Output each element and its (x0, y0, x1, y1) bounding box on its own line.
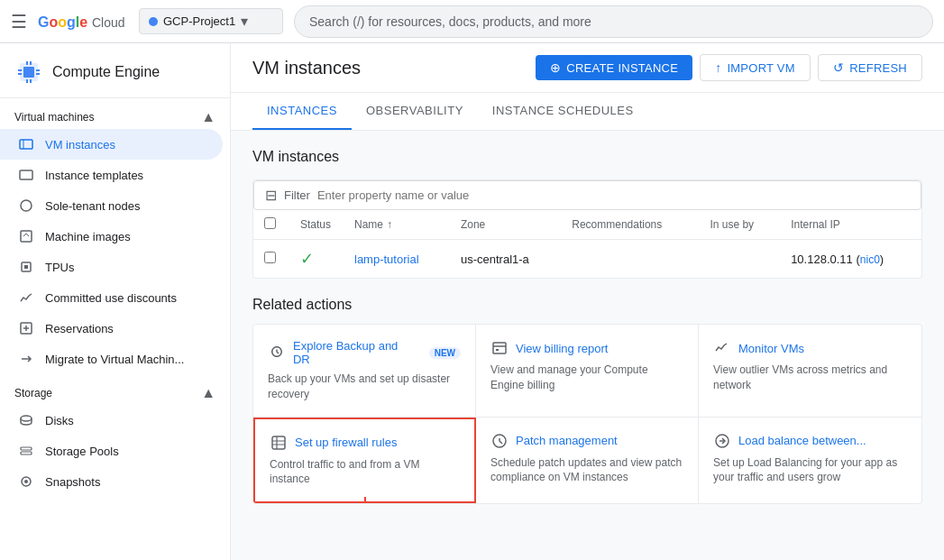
svg-rect-9 (18, 73, 22, 75)
th-recommendations: Recommendations (561, 210, 699, 240)
tab-observability[interactable]: OBSERVABILITY (352, 93, 478, 130)
content-header: VM instances ⊕ CREATE INSTANCE ↑ IMPORT … (231, 43, 944, 93)
nic-link[interactable]: nic0 (860, 253, 880, 266)
create-instance-label: CREATE INSTANCE (566, 61, 678, 75)
hamburger-menu[interactable]: ☰ (11, 11, 27, 32)
filter-input[interactable] (317, 188, 910, 202)
actions-grid: Explore Backup and DR NEW Back up your V… (252, 324, 922, 504)
sidebar-item-instance-templates[interactable]: Instance templates (0, 160, 223, 190)
sidebar-section-storage[interactable]: Storage ▲ (0, 374, 230, 405)
instances-table: Status Name ↑ Zone (253, 210, 921, 278)
row-zone-cell: us-central1-a (450, 240, 561, 279)
sidebar-item-tpus-label: TPUs (45, 261, 75, 274)
refresh-button[interactable]: ↺ REFRESH (818, 54, 922, 81)
sidebar-item-snapshots-label: Snapshots (45, 475, 100, 489)
firewall-title: Set up firewall rules (295, 436, 397, 449)
row-internal-ip-cell: 10.128.0.11 (nic0) (780, 240, 921, 279)
sidebar-item-snapshots[interactable]: Snapshots (0, 466, 223, 497)
view-billing-desc: View and manage your Compute Engine bill… (490, 363, 683, 393)
action-card-header-firewall: Set up firewall rules (270, 434, 460, 452)
sidebar-item-sole-tenant-label: Sole-tenant nodes (45, 199, 141, 213)
svg-rect-10 (36, 69, 40, 71)
filter-icon: ⊟ (265, 187, 277, 204)
vm-instances-icon (18, 136, 34, 152)
svg-rect-3 (23, 67, 34, 78)
svg-rect-23 (21, 447, 32, 450)
instance-templates-icon (18, 167, 34, 183)
sidebar-item-migrate[interactable]: Migrate to Virtual Machin... (0, 344, 223, 374)
sidebar-item-machine-images-label: Machine images (45, 230, 131, 243)
sidebar: Compute Engine Virtual machines ▲ VM ins… (0, 43, 231, 560)
svg-point-22 (21, 416, 32, 421)
sidebar-item-storage-pools[interactable]: Storage Pools (0, 436, 223, 466)
svg-rect-6 (26, 79, 28, 83)
sidebar-item-reservations-label: Reservations (45, 322, 114, 335)
storage-pools-icon (18, 443, 34, 459)
create-instance-button[interactable]: ⊕ CREATE INSTANCE (536, 55, 692, 80)
patch-desc: Schedule patch updates and view patch co… (490, 455, 683, 486)
view-billing-title: View billing report (516, 342, 608, 355)
sidebar-item-disks[interactable]: Disks (0, 405, 223, 436)
th-name[interactable]: Name ↑ (344, 210, 450, 240)
import-vm-button[interactable]: ↑ IMPORT VM (700, 54, 811, 81)
vm-instances-heading: VM instances (252, 149, 922, 165)
project-selector[interactable]: GCP-Project1 ▾ (139, 8, 283, 34)
sidebar-item-migrate-label: Migrate to Virtual Machin... (45, 353, 184, 366)
explore-backup-desc: Back up your VMs and set up disaster rec… (268, 372, 461, 402)
import-icon: ↑ (715, 60, 721, 75)
row-checkbox-cell (253, 240, 289, 279)
add-icon: ⊕ (550, 60, 561, 75)
sidebar-section-virtual-machines[interactable]: Virtual machines ▲ (0, 98, 230, 129)
svg-rect-18 (24, 265, 28, 269)
action-card-load-balance[interactable]: Load balance between... Set up Load Bala… (699, 418, 921, 504)
row-recommendations-cell (561, 240, 699, 279)
sidebar-item-instance-templates-label: Instance templates (45, 169, 143, 182)
name-sort-arrow: ↑ (387, 218, 392, 231)
billing-icon (490, 339, 509, 357)
svg-rect-8 (18, 69, 22, 71)
sidebar-item-reservations[interactable]: Reservations (0, 313, 223, 344)
tab-instances[interactable]: INSTANCES (252, 93, 352, 130)
tpus-icon (18, 259, 34, 275)
svg-rect-24 (21, 452, 32, 454)
tab-instance-schedules[interactable]: INSTANCE SCHEDULES (478, 93, 648, 130)
select-all-checkbox[interactable] (264, 217, 276, 229)
sidebar-item-committed-use[interactable]: Committed use discounts (0, 282, 223, 313)
committed-use-icon (18, 289, 34, 306)
project-dropdown-arrow: ▾ (241, 13, 248, 30)
th-status: Status (289, 210, 344, 240)
sidebar-item-tpus[interactable]: TPUs (0, 252, 223, 282)
sidebar-item-machine-images[interactable]: Machine images (0, 221, 223, 252)
action-card-explore-backup[interactable]: Explore Backup and DR NEW Back up your V… (253, 325, 476, 418)
arrow-annotation (356, 497, 374, 504)
sidebar-item-sole-tenant[interactable]: Sole-tenant nodes (0, 190, 223, 221)
action-card-firewall[interactable]: Set up firewall rules Control traffic to… (253, 418, 476, 504)
patch-icon (490, 432, 509, 450)
firewall-icon (270, 434, 288, 452)
instance-name-link[interactable]: lamp-tutorial (354, 252, 419, 266)
machine-images-icon (18, 228, 34, 244)
sidebar-item-vm-instances-label: VM instances (45, 138, 115, 151)
topbar: ☰ Google Cloud GCP-Project1 ▾ Search (/)… (0, 0, 944, 43)
page-title: VM instances (252, 58, 361, 78)
svg-rect-16 (21, 231, 32, 242)
svg-point-15 (21, 200, 32, 211)
load-balance-title: Load balance between... (738, 434, 866, 447)
action-card-patch[interactable]: Patch management Schedule patch updates … (476, 418, 699, 504)
action-card-header: Explore Backup and DR NEW (268, 339, 461, 366)
disks-icon (18, 412, 34, 428)
project-dot (149, 17, 158, 26)
google-cloud-logo[interactable]: Google Cloud (38, 13, 128, 31)
action-card-monitor-vms[interactable]: Monitor VMs View outlier VMs across metr… (699, 325, 921, 418)
related-actions-title: Related actions (252, 297, 922, 313)
search-placeholder-text: Search (/) for resources, docs, products… (309, 14, 591, 29)
sidebar-item-vm-instances[interactable]: VM instances (0, 129, 223, 160)
row-checkbox[interactable] (264, 252, 276, 263)
action-card-view-billing[interactable]: View billing report View and manage your… (476, 325, 699, 418)
global-search-bar[interactable]: Search (/) for resources, docs, products… (294, 5, 933, 38)
monitor-icon (713, 339, 731, 357)
sidebar-item-storage-pools-label: Storage Pools (45, 445, 119, 458)
compute-engine-icon (14, 58, 43, 87)
th-checkbox (253, 210, 289, 240)
svg-text:Google: Google (38, 14, 87, 30)
